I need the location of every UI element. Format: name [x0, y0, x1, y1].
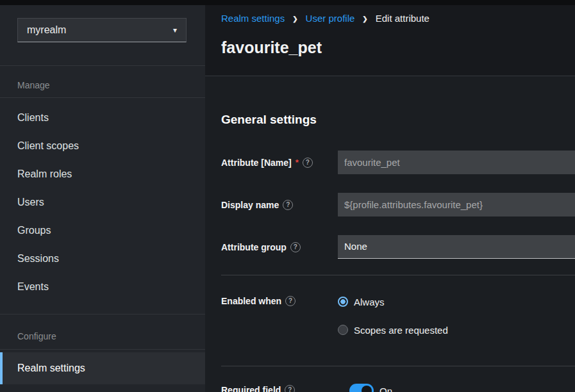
required-field-label: Required field — [221, 384, 281, 392]
breadcrumb-user-profile[interactable]: User profile — [306, 13, 355, 24]
sidebar-item-realm-settings[interactable]: Realm settings — [0, 352, 205, 384]
sidebar-item-realm-roles[interactable]: Realm roles — [0, 160, 205, 188]
nav-group-label-manage: Manage — [17, 80, 50, 90]
section-divider — [221, 366, 575, 366]
sidebar-item-client-scopes[interactable]: Client scopes — [0, 132, 205, 160]
main-panel: Realm settings ❯ User profile ❯ Edit att… — [205, 5, 575, 392]
page-title: favourite_pet — [221, 37, 322, 58]
attribute-group-label-group: Attribute group ? — [221, 241, 301, 253]
section-divider — [221, 275, 575, 275]
display-name-input[interactable] — [338, 193, 575, 216]
caret-down-icon: ▾ — [173, 26, 177, 34]
toggle-state-label: On — [379, 386, 392, 392]
sidebar-item-users[interactable]: Users — [0, 188, 205, 216]
radio-label[interactable]: Always — [354, 297, 385, 307]
enabled-when-label: Enabled when — [221, 295, 281, 307]
attribute-group-select[interactable]: None — [338, 235, 575, 259]
attribute-name-input — [338, 151, 575, 174]
help-icon[interactable]: ? — [285, 385, 295, 392]
sidebar-item-label: Realm settings — [17, 363, 85, 374]
keycloak-admin-console: myrealm ▾ Manage Clients Client scopes R… — [0, 0, 575, 392]
radio-checked-icon[interactable] — [338, 297, 348, 307]
radio-unchecked-icon[interactable] — [338, 325, 348, 335]
help-icon[interactable]: ? — [283, 200, 293, 210]
sidebar: myrealm ▾ Manage Clients Client scopes R… — [0, 5, 205, 392]
display-name-label-group: Display name ? — [221, 199, 293, 211]
sidebar-divider — [0, 97, 205, 98]
sidebar-item-clients[interactable]: Clients — [0, 104, 205, 132]
chevron-right-icon: ❯ — [292, 15, 297, 22]
attribute-name-label-group: Attribute [Name] * ? — [221, 157, 313, 168]
sidebar-item-sessions[interactable]: Sessions — [0, 245, 205, 273]
display-name-label: Display name — [221, 199, 279, 211]
help-icon[interactable]: ? — [303, 158, 313, 168]
toggle-knob — [362, 386, 372, 392]
enabled-when-option-scopes-requested: Scopes are requested — [338, 324, 448, 336]
required-field-label-group: Required field ? — [221, 384, 295, 392]
breadcrumb-realm-settings[interactable]: Realm settings — [221, 13, 285, 24]
sidebar-divider — [0, 65, 205, 66]
sidebar-divider — [0, 314, 205, 314]
realm-selector[interactable]: myrealm ▾ — [17, 18, 187, 42]
required-field-toggle[interactable] — [349, 384, 374, 392]
section-heading: General settings — [221, 113, 317, 127]
help-icon[interactable]: ? — [285, 296, 296, 306]
radio-label[interactable]: Scopes are requested — [354, 325, 448, 336]
help-icon[interactable]: ? — [290, 242, 301, 252]
general-settings-section: General settings Attribute [Name] * ? Di… — [205, 76, 575, 392]
realm-selector-value: myrealm — [27, 24, 66, 36]
masthead-edge — [0, 0, 575, 5]
nav-group-label-configure: Configure — [17, 331, 56, 341]
required-asterisk: * — [296, 159, 299, 166]
attribute-group-label: Attribute group — [221, 241, 287, 253]
enabled-when-label-group: Enabled when ? — [221, 295, 296, 307]
chevron-right-icon: ❯ — [362, 15, 367, 22]
breadcrumb: Realm settings ❯ User profile ❯ Edit att… — [221, 13, 429, 24]
breadcrumb-edit-attribute: Edit attribute — [376, 13, 429, 24]
sidebar-item-groups[interactable]: Groups — [0, 216, 205, 245]
enabled-when-option-always: Always — [338, 296, 385, 307]
sidebar-divider — [0, 349, 205, 350]
sidebar-item-events[interactable]: Events — [0, 273, 205, 301]
attribute-name-label: Attribute [Name] — [221, 157, 292, 168]
